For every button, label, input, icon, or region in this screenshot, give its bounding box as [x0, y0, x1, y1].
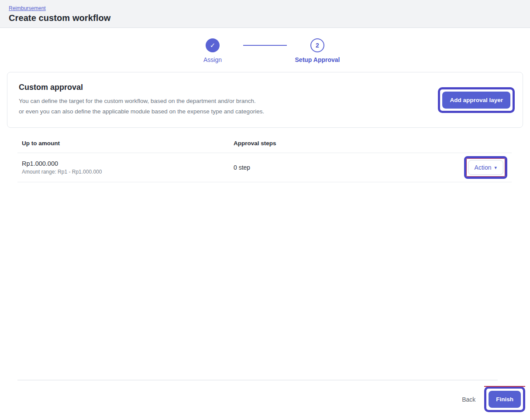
finish-button[interactable]: Finish — [489, 391, 521, 408]
chevron-down-icon: ▾ — [494, 165, 497, 170]
add-approval-layer-button[interactable]: Add approval layer — [442, 92, 510, 109]
card-description-line1: You can define the target for the custom… — [19, 96, 264, 106]
table-row: Rp1.000.000 Amount range: Rp1 - Rp1.000.… — [17, 153, 512, 182]
step-completed-circle: ✓ — [206, 38, 220, 52]
stepper-connector-line — [243, 45, 287, 46]
stepper: ✓ Assign 2 Setup Approval — [0, 38, 530, 63]
amount-value: Rp1.000.000 — [22, 160, 234, 167]
page-title: Create custom workflow — [9, 13, 521, 23]
column-header-up-to-amount: Up to amount — [22, 140, 234, 147]
action-cell: Action ▾ — [451, 156, 507, 179]
step-number: 2 — [316, 42, 319, 49]
card-title: Custom approval — [19, 83, 264, 92]
table-header-row: Up to amount Approval steps — [17, 140, 512, 153]
column-header-approval-steps: Approval steps — [234, 140, 451, 147]
amount-range: Amount range: Rp1 - Rp1.000.000 — [22, 169, 234, 175]
step-label-assign: Assign — [203, 56, 222, 63]
empty-content-area — [0, 182, 530, 380]
check-icon: ✓ — [210, 41, 216, 49]
step-label-setup-approval: Setup Approval — [295, 56, 340, 63]
action-annotation-box: Action ▾ — [464, 156, 507, 179]
amount-cell: Rp1.000.000 Amount range: Rp1 - Rp1.000.… — [22, 160, 234, 175]
page-header: Reimbursement Create custom workflow — [0, 0, 530, 28]
custom-approval-card-text: Custom approval You can define the targe… — [19, 83, 264, 117]
approval-steps-cell: 0 step — [234, 164, 451, 171]
step-active-circle: 2 — [310, 38, 324, 52]
breadcrumb-reimbursement-link[interactable]: Reimbursement — [9, 5, 46, 11]
stepper-step-setup-approval: 2 Setup Approval — [287, 38, 348, 63]
finish-annotation-box: Finish — [484, 386, 525, 412]
approval-layers-table: Up to amount Approval steps Rp1.000.000 … — [17, 140, 512, 182]
stepper-step-assign: ✓ Assign — [182, 38, 243, 63]
action-dropdown-label: Action — [475, 164, 492, 171]
add-approval-layer-annotation-box: Add approval layer — [438, 87, 515, 113]
back-button[interactable]: Back — [459, 393, 478, 406]
custom-approval-card: Custom approval You can define the targe… — [7, 72, 523, 128]
card-description-line2: or even you can also define the applicab… — [19, 106, 264, 117]
footer-actions: Back Finish — [0, 380, 530, 412]
action-dropdown-button[interactable]: Action ▾ — [468, 160, 503, 175]
